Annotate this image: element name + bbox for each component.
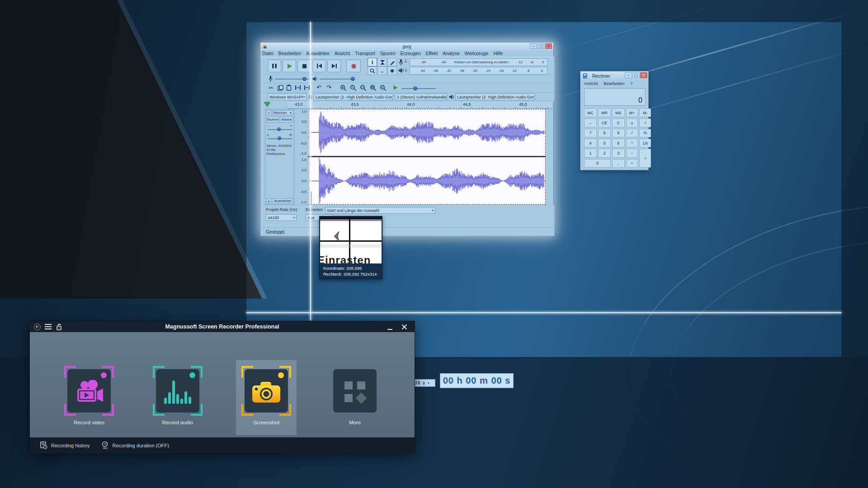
key-sqrt[interactable]: √ (639, 118, 651, 127)
playback-device-select[interactable]: Lautsprecher (2- High Definition Audio-G… (314, 94, 393, 100)
redo-icon[interactable]: ↷ (326, 84, 331, 91)
key-ms[interactable]: MS (612, 108, 625, 117)
key-mminus[interactable]: M- (639, 108, 651, 117)
menu-effekt[interactable]: Effekt (425, 51, 438, 57)
key-7[interactable]: 7 (584, 129, 597, 137)
record-button[interactable] (346, 60, 361, 72)
menu-bearbeiten[interactable]: Bearbeiten (604, 81, 624, 86)
track-name-menu[interactable]: Mischen▼ (272, 110, 293, 115)
audio-position-display[interactable]: 00 h 00 m 00 s (440, 373, 514, 388)
timeline-ruler[interactable]: 43,0 43,5 44,0 44,5 45,0 (288, 101, 552, 109)
calculator-titlebar[interactable]: Rechner – ▢ × (580, 71, 648, 80)
capture-selection-rectangle[interactable] (309, 109, 546, 205)
recorder-titlebar[interactable]: Magnussoft Screen Recorder Professional (30, 321, 415, 332)
maximize-button[interactable]: ▢ (632, 72, 640, 78)
timeshift-tool[interactable]: ↔ (377, 66, 387, 75)
menu-ansicht[interactable]: Ansicht (584, 81, 598, 86)
playback-meter[interactable]: -54 -48 -42 -36 -30 -24 -18 -12 -6 0 (410, 67, 547, 75)
menu-hilfe[interactable]: Hilfe (493, 51, 503, 57)
close-button[interactable]: × (545, 43, 552, 49)
menu-analyse[interactable]: Analyse (443, 51, 459, 57)
selection-tool[interactable]: I (368, 58, 377, 66)
recording-duration-button[interactable]: REC Recording duration (OFF) (101, 441, 169, 450)
record-channels-select[interactable]: 2 (Stereo) Aufnahmekanäle▾ (395, 94, 447, 100)
record-video-tile[interactable]: Record video (59, 360, 119, 435)
multi-tool[interactable]: ∗ (387, 66, 397, 75)
trim-icon[interactable] (295, 85, 301, 90)
key-mr[interactable]: MR (598, 108, 611, 117)
gain-thumb[interactable] (277, 127, 281, 131)
zoom-out-icon[interactable] (350, 84, 357, 91)
minimize-button[interactable]: – (625, 72, 632, 78)
record-volume-thumb[interactable] (302, 77, 307, 81)
skip-end-button[interactable] (327, 60, 341, 72)
zoom-in-icon[interactable] (340, 84, 347, 91)
key-reciprocal[interactable]: 1/x (639, 139, 651, 147)
silence-icon[interactable] (304, 85, 310, 90)
copy-icon[interactable] (278, 85, 283, 91)
menu-datei[interactable]: Datei (262, 51, 274, 57)
timeline-pin-icon[interactable] (264, 102, 270, 107)
close-button[interactable]: × (640, 72, 647, 78)
key-2[interactable]: 2 (598, 149, 611, 157)
key-c[interactable]: C (612, 118, 625, 127)
menu-spuren[interactable]: Spuren (380, 51, 396, 57)
envelope-tool[interactable] (377, 58, 387, 66)
track-close-button[interactable]: × (266, 110, 271, 115)
minimize-button[interactable]: – (530, 43, 537, 49)
key-minus[interactable]: - (626, 149, 638, 157)
key-5[interactable]: 5 (598, 139, 611, 147)
maximize-button[interactable]: ▢ (538, 43, 544, 49)
key-backspace[interactable]: ← (584, 118, 597, 127)
menu-erzeugen[interactable]: Erzeugen (401, 51, 421, 57)
zoom-tool[interactable] (368, 66, 377, 75)
recording-history-button[interactable]: Recording history (40, 441, 90, 449)
key-8[interactable]: 8 (598, 129, 611, 137)
audio-host-select[interactable]: Windows WASAPI▾ (268, 94, 307, 100)
playback-volume-slider[interactable] (320, 79, 355, 80)
key-plusminus[interactable]: ± (626, 118, 638, 127)
key-percent[interactable]: % (639, 129, 651, 137)
solo-button[interactable]: Alleine (280, 117, 293, 122)
menu-werkzeuge[interactable]: Werkzeuge (465, 51, 489, 57)
play-speed-slider[interactable] (401, 88, 436, 89)
key-divide[interactable]: / (626, 129, 638, 137)
stop-button[interactable] (297, 60, 311, 72)
key-ce[interactable]: CE (598, 118, 611, 127)
play-button[interactable] (283, 60, 296, 72)
key-mplus[interactable]: M+ (626, 108, 638, 117)
skip-start-button[interactable] (312, 60, 326, 72)
playback-volume-thumb[interactable] (351, 77, 355, 81)
key-4[interactable]: 4 (584, 139, 597, 147)
key-equals[interactable]: = (639, 149, 651, 168)
draw-tool[interactable] (387, 58, 397, 66)
record-audio-tile[interactable]: Record audio (147, 360, 208, 435)
pan-thumb[interactable] (278, 136, 281, 140)
recording-meter[interactable]: -54 -48 Klicken um Überwachung zu starte… (410, 58, 547, 66)
pause-button[interactable] (268, 60, 281, 72)
close-icon[interactable] (401, 324, 407, 330)
project-rate-select[interactable]: 44100▾ (266, 214, 297, 221)
menu-transport[interactable]: Transport (355, 51, 375, 57)
collapse-track-button[interactable]: ▲ (266, 198, 271, 203)
play-at-speed-icon[interactable] (393, 85, 398, 90)
menu-help[interactable]: ? (630, 81, 632, 86)
key-3[interactable]: 3 (612, 149, 625, 157)
mute-button[interactable]: Stumm (266, 117, 279, 122)
menu-ansicht[interactable]: Ansicht (335, 51, 350, 57)
key-mc[interactable]: MC (584, 108, 597, 117)
recording-device-select[interactable]: Lautsprecher (2- High Definition Audio-G… (455, 94, 535, 100)
key-6[interactable]: 6 (612, 139, 625, 147)
key-multiply[interactable]: * (626, 139, 638, 147)
key-0[interactable]: 0 (584, 159, 611, 168)
minimize-icon[interactable] (387, 325, 393, 331)
audacity-titlebar[interactable]: proj – ▢ × (260, 42, 553, 51)
selection-format-select[interactable]: Start und Länge der Auswahl▾ (325, 207, 435, 214)
lock-icon[interactable] (56, 324, 62, 330)
undo-icon[interactable]: ↶ (316, 84, 321, 91)
track-select-button[interactable]: Auswählen (272, 198, 293, 203)
menu-bearbeiten[interactable]: Bearbeiten (278, 51, 302, 57)
key-plus[interactable]: + (626, 159, 638, 168)
key-1[interactable]: 1 (584, 149, 597, 157)
paste-icon[interactable] (286, 84, 292, 91)
